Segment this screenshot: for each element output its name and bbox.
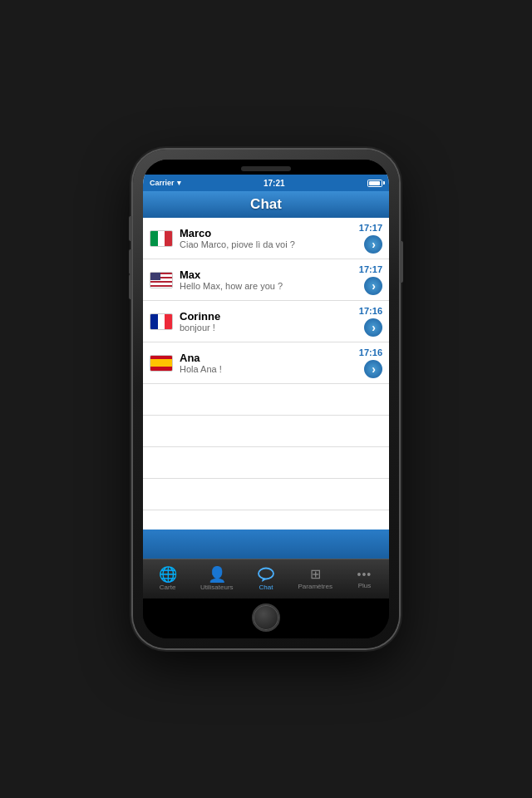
chevron-button-marco[interactable] xyxy=(364,235,382,254)
battery-fill xyxy=(369,181,380,185)
settings-icon: ⊞ xyxy=(310,568,321,581)
tab-carte[interactable]: 🌐 Carte xyxy=(143,559,192,598)
chat-preview-marco: Ciao Marco, piove lì da voi ? xyxy=(180,239,356,249)
wifi-icon: ▾ xyxy=(177,179,181,187)
phone-inner: Carrier ▾ 17:21 Chat xyxy=(143,160,389,638)
carrier-label: Carrier xyxy=(150,179,175,187)
carrier-info: Carrier ▾ xyxy=(150,179,181,187)
page-title: Chat xyxy=(143,196,389,213)
chevron-button-ana[interactable] xyxy=(364,360,382,378)
empty-row-2 xyxy=(143,416,389,447)
chat-name-corinne: Corinne xyxy=(180,310,356,323)
empty-row-3 xyxy=(143,447,389,479)
title-bar: Chat xyxy=(143,191,389,218)
chat-preview-ana: Hola Ana ! xyxy=(180,364,356,374)
blue-bottom-area xyxy=(143,530,389,559)
chat-preview-corinne: bonjour ! xyxy=(180,323,356,332)
globe-icon: 🌐 xyxy=(159,567,177,582)
chevron-button-max[interactable] xyxy=(364,277,382,295)
chat-time-ana: 17:16 xyxy=(359,347,382,357)
chat-name-marco: Marco xyxy=(180,227,356,239)
empty-row-4 xyxy=(143,479,389,510)
tab-utilisateurs-label: Utilisateurs xyxy=(200,584,234,591)
user-icon: 👤 xyxy=(208,567,226,582)
tab-plus-label: Plus xyxy=(358,582,372,589)
phone-frame: Carrier ▾ 17:21 Chat xyxy=(133,150,399,648)
flag-italy xyxy=(150,230,173,247)
chat-meta-ana: 17:16 xyxy=(359,347,382,378)
home-button[interactable] xyxy=(252,603,280,632)
tab-carte-label: Carte xyxy=(160,584,176,591)
chat-meta-corinne: 17:16 xyxy=(359,306,382,337)
chat-content-corinne: Corinne bonjour ! xyxy=(180,310,356,332)
chat-preview-max: Hello Max, how are you ? xyxy=(180,281,356,291)
chat-time-corinne: 17:16 xyxy=(359,306,382,316)
svg-point-0 xyxy=(259,569,273,579)
chat-row-marco[interactable]: Marco Ciao Marco, piove lì da voi ? 17:1… xyxy=(143,218,389,259)
chat-row-max[interactable]: Max Hello Max, how are you ? 17:17 xyxy=(143,259,389,301)
chat-content-marco: Marco Ciao Marco, piove lì da voi ? xyxy=(180,227,356,249)
tab-parametres[interactable]: ⊞ Paramètres xyxy=(291,559,340,598)
flag-spain xyxy=(150,355,173,372)
empty-row-1 xyxy=(143,384,389,416)
tab-chat[interactable]: Chat xyxy=(241,559,290,598)
tab-parametres-label: Paramètres xyxy=(298,583,332,590)
chat-list: Marco Ciao Marco, piove lì da voi ? 17:1… xyxy=(143,218,389,530)
tab-plus[interactable]: ••• Plus xyxy=(340,559,389,598)
tab-utilisateurs[interactable]: 👤 Utilisateurs xyxy=(192,559,241,598)
flag-us xyxy=(150,272,173,288)
screen: Carrier ▾ 17:21 Chat xyxy=(143,175,389,598)
speaker xyxy=(143,160,389,175)
chat-time-max: 17:17 xyxy=(359,264,382,274)
battery-icon xyxy=(367,180,382,187)
status-time: 17:21 xyxy=(264,179,285,188)
status-bar: Carrier ▾ 17:21 xyxy=(143,175,389,191)
chat-row-corinne[interactable]: Corinne bonjour ! 17:16 xyxy=(143,301,389,342)
chat-time-marco: 17:17 xyxy=(359,223,382,233)
chat-meta-max: 17:17 xyxy=(359,264,382,295)
chat-name-ana: Ana xyxy=(180,352,356,364)
more-icon: ••• xyxy=(357,569,372,580)
flag-france xyxy=(150,313,173,330)
chat-content-max: Max Hello Max, how are you ? xyxy=(180,268,356,291)
chat-name-max: Max xyxy=(180,268,356,281)
chat-bubble-icon xyxy=(258,567,274,582)
tab-chat-label: Chat xyxy=(259,584,273,591)
speaker-grill xyxy=(241,166,291,171)
chat-meta-marco: 17:17 xyxy=(359,223,382,254)
home-button-area xyxy=(143,598,389,638)
chat-row-ana[interactable]: Ana Hola Ana ! 17:16 xyxy=(143,342,389,384)
chevron-button-corinne[interactable] xyxy=(364,318,382,337)
chat-content-ana: Ana Hola Ana ! xyxy=(180,352,356,374)
tab-bar: 🌐 Carte 👤 Utilisateurs Chat xyxy=(143,559,389,598)
